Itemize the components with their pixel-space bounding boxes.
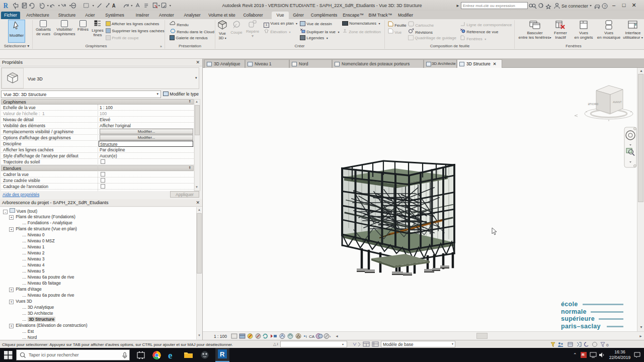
svg-text:i: i: [306, 334, 307, 339]
svg-text:A: A: [112, 3, 116, 9]
svg-text:›: ›: [330, 335, 331, 338]
svg-text:AVANT: AVANT: [613, 101, 622, 104]
svg-text:0: 0: [606, 343, 609, 347]
svg-text:?: ?: [604, 4, 606, 9]
svg-text:DROITE: DROITE: [588, 103, 598, 106]
svg-text:R: R: [4, 2, 9, 10]
svg-text:CA: CA: [309, 334, 315, 339]
svg-text:Se connecter: Se connecter: [561, 4, 588, 9]
